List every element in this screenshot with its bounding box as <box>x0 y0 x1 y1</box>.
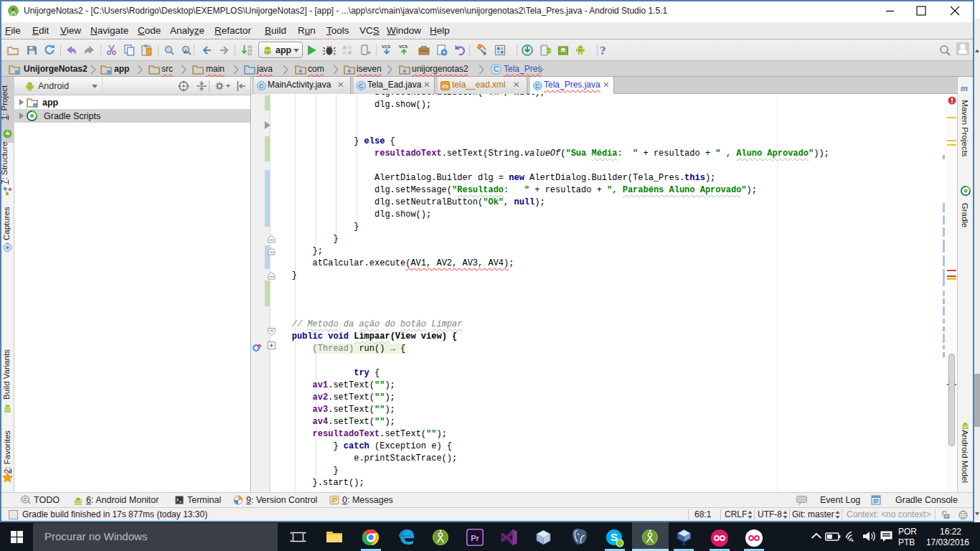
svg-text:VCS: VCS <box>399 44 407 49</box>
svg-text:C: C <box>535 83 540 90</box>
svg-text:VCS: VCS <box>382 44 390 49</box>
svg-text:C: C <box>359 83 363 90</box>
svg-text:m: m <box>961 83 968 93</box>
svg-text:C: C <box>259 83 263 90</box>
svg-text:01: 01 <box>248 52 253 57</box>
svg-text:?: ? <box>600 44 606 57</box>
svg-text:<>: <> <box>442 83 449 90</box>
svg-text:A: A <box>184 49 188 55</box>
svg-text:Pr: Pr <box>471 534 479 542</box>
svg-text:C: C <box>494 65 499 73</box>
